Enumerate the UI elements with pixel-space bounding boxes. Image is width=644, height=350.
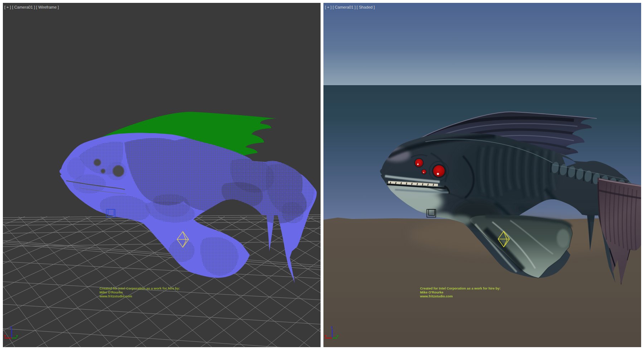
svg-text:www.fritzstudio.com: www.fritzstudio.com bbox=[99, 294, 132, 298]
svg-text:Mike O'Rourke: Mike O'Rourke bbox=[420, 290, 443, 294]
svg-text:www.fritzstudio.com: www.fritzstudio.com bbox=[420, 294, 453, 298]
svg-text:y: y bbox=[16, 334, 18, 337]
svg-text:x: x bbox=[325, 334, 326, 337]
svg-text:Created for Intel Corporation: Created for Intel Corporation as a work … bbox=[420, 286, 501, 290]
svg-text:Mike O'Rourke: Mike O'Rourke bbox=[99, 290, 123, 294]
svg-text:z: z bbox=[10, 325, 12, 329]
svg-text:x: x bbox=[4, 334, 6, 337]
svg-text:y: y bbox=[337, 334, 338, 337]
svg-text:[ + ] [ Camera01 ] [ Wireframe: [ + ] [ Camera01 ] [ Wireframe ] bbox=[4, 5, 59, 9]
svg-text:Created for Intel Corporation: Created for Intel Corporation as a work … bbox=[99, 286, 180, 290]
svg-text:[ + ] [ Camera01 ] [ Shaded ]: [ + ] [ Camera01 ] [ Shaded ] bbox=[325, 5, 375, 9]
svg-text:z: z bbox=[331, 325, 333, 329]
